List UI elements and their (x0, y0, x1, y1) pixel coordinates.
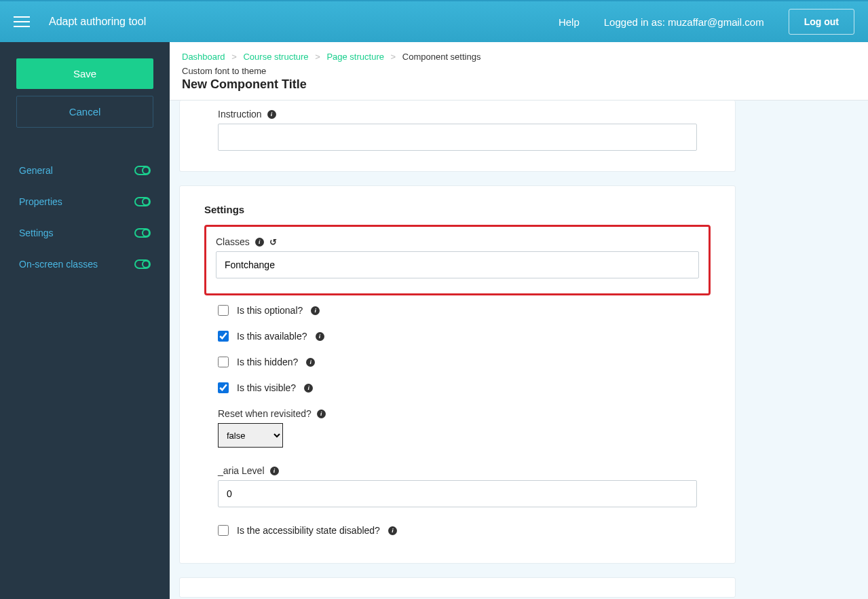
info-icon[interactable] (304, 384, 313, 393)
menu-icon[interactable] (14, 16, 30, 27)
hidden-checkbox[interactable] (218, 357, 229, 367)
app-header: Adapt authoring tool Help Logged in as: … (0, 0, 868, 42)
hidden-label: Is this hidden? (237, 357, 298, 367)
visible-label: Is this visible? (237, 382, 296, 393)
topbar: Dashboard > Course structure > Page stru… (170, 42, 868, 101)
visible-checkbox[interactable] (218, 382, 229, 393)
available-label: Is this available? (237, 331, 307, 342)
toggle-icon (134, 197, 151, 206)
info-icon[interactable] (316, 332, 324, 341)
breadcrumb: Dashboard > Course structure > Page stru… (182, 52, 856, 62)
info-icon[interactable] (306, 358, 315, 367)
accessibility-checkbox[interactable] (218, 525, 229, 536)
instruction-label: Instruction (218, 109, 262, 120)
optional-checkbox[interactable] (218, 305, 229, 316)
settings-heading: Settings (204, 204, 697, 215)
help-link[interactable]: Help (559, 16, 580, 28)
breadcrumb-dashboard[interactable]: Dashboard (182, 52, 225, 62)
sidebar: Save Cancel General Properties Settings … (0, 42, 170, 599)
toggle-icon (134, 166, 151, 175)
sidebar-item-label: On-screen classes (19, 259, 98, 270)
classes-input[interactable] (216, 251, 699, 278)
available-checkbox[interactable] (218, 331, 229, 342)
toggle-icon (134, 259, 151, 269)
save-button[interactable]: Save (16, 58, 153, 89)
reset-icon[interactable]: ↺ (269, 237, 277, 247)
logged-in-text: Logged in as: muzaffar@gmail.com (604, 16, 764, 28)
info-icon[interactable] (388, 526, 397, 535)
classes-highlight-box: Classes ↺ (204, 225, 711, 295)
aria-level-input[interactable] (218, 480, 697, 507)
reset-label: Reset when revisited? (218, 408, 312, 419)
info-icon[interactable] (255, 238, 264, 247)
page-subtitle: Custom font to theme (182, 66, 856, 76)
toggle-icon (134, 228, 151, 238)
sidebar-item-properties[interactable]: Properties (16, 186, 153, 217)
optional-label: Is this optional? (237, 305, 303, 316)
breadcrumb-course-structure[interactable]: Course structure (243, 52, 308, 62)
cancel-button[interactable]: Cancel (16, 96, 153, 128)
settings-panel: Settings Classes ↺ Is this optional? (179, 185, 736, 564)
breadcrumb-current: Component settings (402, 52, 481, 62)
brand-name: Adapt authoring tool (49, 16, 146, 28)
info-icon[interactable] (270, 467, 279, 475)
reset-select[interactable]: false (218, 423, 283, 448)
sidebar-item-label: Settings (19, 228, 54, 238)
info-icon[interactable] (311, 306, 320, 315)
scroll-area[interactable]: Instruction Settings Classes ↺ (170, 101, 868, 599)
sidebar-item-settings[interactable]: Settings (16, 217, 153, 249)
sidebar-item-label: Properties (19, 196, 62, 207)
classes-label: Classes (216, 236, 250, 247)
breadcrumb-page-structure[interactable]: Page structure (326, 52, 384, 62)
sidebar-item-label: General (19, 165, 53, 176)
page-title: New Component Title (182, 77, 856, 92)
instruction-input[interactable] (218, 124, 697, 151)
aria-level-label: _aria Level (218, 465, 265, 476)
instruction-panel: Instruction (179, 101, 736, 172)
sidebar-item-general[interactable]: General (16, 155, 153, 186)
info-icon[interactable] (317, 410, 326, 418)
accessibility-label: Is the accessibility state disabled? (237, 525, 380, 536)
sidebar-item-onscreen-classes[interactable]: On-screen classes (16, 249, 153, 280)
logout-button[interactable]: Log out (789, 9, 854, 35)
next-panel-peek (179, 577, 736, 598)
info-icon[interactable] (267, 110, 276, 119)
